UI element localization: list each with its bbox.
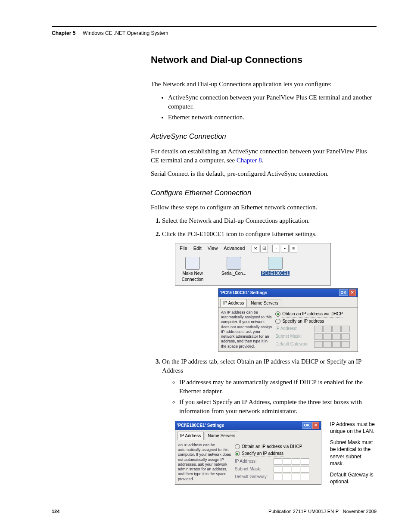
view-large-icon[interactable]: ▫ [272, 245, 280, 252]
note-ip: IP Address must be unique on the LAN. [330, 421, 377, 435]
menu-edit[interactable]: Edit [191, 244, 204, 252]
ok-button[interactable]: OK [302, 422, 312, 429]
chapter-number: Chapter 5 [52, 30, 75, 36]
subhead-ethernet: Configure Ethernet Connection [151, 188, 377, 198]
subnet-mask-field[interactable] [274, 466, 309, 473]
menu-file[interactable]: File [177, 244, 190, 252]
tab-name-servers[interactable]: Name Servers [248, 299, 281, 307]
gateway-field[interactable] [274, 474, 309, 480]
dialog-description: An IP address can be automatically assig… [178, 443, 231, 482]
chapter-title: Windows CE .NET Operating System [83, 30, 168, 36]
publication-info: Publication 2711P-UM001J-EN-P - November… [268, 509, 377, 514]
properties-icon[interactable]: ☑ [260, 245, 268, 252]
chapter-header: Chapter 5 Windows CE .NET Operating Syst… [52, 30, 377, 36]
pci-e100ce1-icon[interactable]: PCI-E100CE1 [260, 257, 291, 283]
step-2: Click the PCI-E100CE1 icon to configure … [162, 230, 377, 352]
intro-bullets: ActiveSync connection between your Panel… [168, 93, 377, 122]
subhead-activesync: ActiveSync Connection [151, 131, 377, 142]
ip-address-field[interactable] [274, 458, 309, 465]
note-gateway: Default Gateway is optional. [330, 471, 377, 485]
intro-text: The Network and Dial-up Connections appl… [151, 80, 377, 89]
ip-address-field [314, 326, 350, 332]
note-mask: Subnet Mask must be identical to the ser… [330, 439, 377, 467]
side-notes: IP Address must be unique on the LAN. Su… [330, 421, 377, 490]
body-text: Follow these steps to configure an Ether… [151, 203, 377, 212]
radio-dhcp[interactable] [275, 311, 280, 317]
view-list-icon[interactable]: ≡ [290, 245, 297, 252]
body-text: For details on establishing an ActiveSyn… [151, 147, 377, 165]
section-title: Network and Dial-up Connections [151, 53, 377, 67]
body-text: Serial Connect is the default, pre-confi… [151, 169, 377, 178]
list-item: ActiveSync connection between your Panel… [168, 93, 377, 111]
radio-dhcp[interactable] [235, 444, 240, 449]
close-icon[interactable]: ✕ [349, 289, 356, 296]
list-item: If you select Specify an IP Address, com… [179, 398, 377, 416]
tab-name-servers[interactable]: Name Servers [205, 432, 238, 440]
tab-ip-address[interactable]: IP Address [220, 299, 247, 307]
gateway-field [314, 341, 350, 348]
menu-view[interactable]: View [205, 244, 221, 252]
subnet-mask-label: Subnet Mask: [275, 333, 311, 339]
ip-address-label: IP Address: [235, 458, 271, 464]
close-icon[interactable]: ✕ [312, 422, 319, 429]
step-3: On the IP address tab, select Obtain an … [162, 357, 377, 490]
gateway-label: Default Gateway: [275, 341, 311, 347]
dialog-title: 'PCI\E100CE1' Settings [177, 423, 224, 429]
page-footer: 124 Publication 2711P-UM001J-EN-P - Nove… [52, 509, 377, 514]
radio-specify[interactable] [235, 451, 240, 456]
subnet-mask-label: Subnet Mask: [235, 466, 271, 472]
make-new-connection-icon[interactable]: Make New Connection [177, 257, 208, 283]
screenshot-settings-dialog-specify: 'PCI\E100CE1' Settings OK ✕ IP Address N… [175, 421, 321, 485]
dialog-description: An IP address can be automatically assig… [221, 310, 272, 349]
page-number: 124 [52, 509, 59, 514]
tab-ip-address[interactable]: IP Address [177, 432, 204, 440]
ip-address-label: IP Address: [275, 326, 311, 332]
view-small-icon[interactable]: ▪ [281, 245, 289, 252]
subnet-mask-field [314, 333, 350, 340]
screenshot-settings-dialog-dhcp: 'PCI\E100CE1' Settings OK ✕ IP Address N… [218, 288, 358, 352]
gateway-label: Default Gateway: [235, 474, 271, 480]
ok-button[interactable]: OK [339, 289, 349, 296]
chapter8-link[interactable]: Chapter 8 [237, 157, 262, 164]
list-item: IP addresses may be automatically assign… [179, 378, 377, 396]
menu-advanced[interactable]: Advanced [221, 244, 247, 252]
delete-icon[interactable]: ✕ [252, 245, 259, 252]
radio-specify[interactable] [275, 319, 280, 324]
serial-connection-icon[interactable]: Serial_Con... [218, 257, 249, 283]
step-1: Select the Network and Dial-up Connectio… [162, 216, 377, 225]
dialog-title: 'PCI\E100CE1' Settings [220, 290, 267, 296]
screenshot-connections-window: File Edit View Advanced ✕ ☑ ▫ ▪ ≡ [175, 243, 331, 285]
steps-list: Select the Network and Dial-up Connectio… [162, 216, 377, 489]
list-item: Ethernet network connection. [168, 113, 377, 122]
